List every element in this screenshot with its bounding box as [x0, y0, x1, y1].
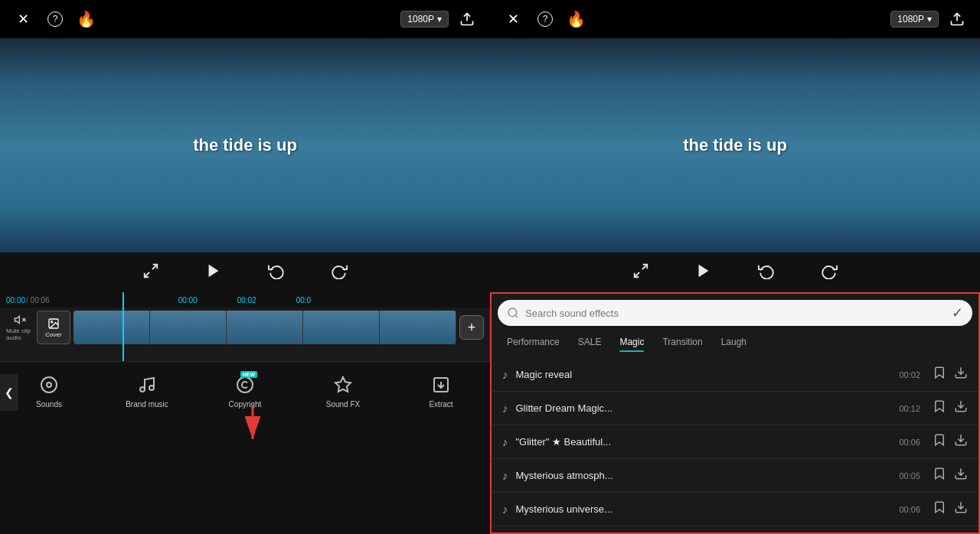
- right-video-preview: the tide is up: [490, 38, 980, 252]
- cat-transition[interactable]: Transition: [653, 332, 711, 352]
- play-button[interactable]: [205, 262, 222, 283]
- cover-button[interactable]: Cover: [37, 311, 70, 344]
- sound-list: ♪ Magic reveal 00:02: [492, 358, 978, 532]
- strip-2: [150, 311, 227, 344]
- music-note-icon-1: ♪: [502, 368, 508, 381]
- upload-button[interactable]: [456, 8, 478, 30]
- right-redo-icon: [821, 262, 838, 279]
- sound-duration-4: 00:05: [899, 471, 920, 480]
- left-video-text: the tide is up: [193, 135, 297, 155]
- right-undo-button[interactable]: [758, 262, 775, 283]
- music-note-icon-4: ♪: [502, 469, 508, 482]
- sound-item-2[interactable]: ♪ Glitter Dream Magic... 00:12: [492, 392, 978, 425]
- svg-point-13: [149, 386, 154, 390]
- bookmark-button-2[interactable]: [933, 399, 946, 417]
- strip-3: [227, 311, 303, 344]
- nav-item-extract[interactable]: Extract: [418, 376, 464, 409]
- help-button[interactable]: ?: [44, 8, 66, 30]
- svg-point-10: [41, 377, 57, 392]
- close-button[interactable]: ✕: [12, 8, 34, 30]
- upload-icon: [459, 11, 475, 27]
- mute-button[interactable]: Mute clip audio: [6, 314, 34, 341]
- search-icon: [507, 307, 519, 319]
- search-input[interactable]: [525, 308, 946, 319]
- confirm-icon[interactable]: ✓: [952, 304, 963, 321]
- redo-icon: [331, 262, 348, 279]
- sound-name-4: Mysterious atmosph...: [516, 470, 892, 481]
- right-play-button[interactable]: [695, 262, 712, 283]
- sound-item-5[interactable]: ♪ Mysterious universe... 00:06: [492, 493, 978, 526]
- nav-item-brand-music[interactable]: Brand music: [124, 376, 170, 409]
- right-expand-button[interactable]: [632, 262, 649, 283]
- redo-button[interactable]: [331, 262, 348, 283]
- cat-sale-label: SALE: [578, 337, 602, 347]
- nav-item-sounds[interactable]: Sounds: [26, 376, 72, 409]
- right-upload-button[interactable]: [946, 8, 968, 30]
- sound-duration-2: 00:12: [899, 404, 920, 413]
- download-button-5[interactable]: [954, 500, 968, 518]
- speaker-icon: [13, 314, 27, 326]
- back-button[interactable]: ❮: [0, 374, 18, 411]
- undo-icon: [268, 262, 285, 279]
- close-icon: ✕: [18, 11, 29, 28]
- right-quality-button[interactable]: 1080P ▾: [890, 11, 939, 28]
- sound-name-1: Magic reveal: [516, 369, 892, 380]
- strip-5: [380, 311, 456, 344]
- tick-0: 00:00: [178, 296, 198, 304]
- bookmark-button-3[interactable]: [933, 433, 946, 451]
- video-strips: [74, 311, 456, 344]
- quality-arrow-icon: ▾: [437, 14, 442, 24]
- bookmark-icon-1: [933, 366, 946, 379]
- right-top-bar-left: ✕ ? 🔥: [502, 8, 586, 30]
- sound-fx-icon-wrap: [334, 376, 352, 397]
- music-note-icon-5: ♪: [502, 503, 508, 516]
- sound-item-3[interactable]: ♪ "Glitter" ★ Beautiful... 00:06: [492, 425, 978, 459]
- cat-performance[interactable]: Performance: [498, 332, 569, 352]
- timeline-track: Mute clip audio Cover +: [0, 308, 490, 347]
- bookmark-button-1[interactable]: [933, 366, 946, 383]
- right-video-text: the tide is up: [683, 135, 787, 155]
- svg-marker-20: [699, 264, 709, 277]
- left-top-bar-right: 1080P ▾: [400, 8, 478, 30]
- search-bar: ✓: [498, 300, 972, 326]
- download-button-4[interactable]: [954, 467, 968, 484]
- download-button-1[interactable]: [954, 366, 968, 383]
- download-button-2[interactable]: [954, 399, 968, 417]
- sound-item-4[interactable]: ♪ Mysterious atmosph... 00:05: [492, 459, 978, 493]
- undo-button[interactable]: [268, 262, 285, 283]
- add-clip-button[interactable]: +: [459, 315, 484, 340]
- svg-marker-15: [335, 377, 351, 392]
- right-close-button[interactable]: ✕: [502, 8, 524, 30]
- sound-actions-4: [933, 467, 968, 484]
- quality-button[interactable]: 1080P ▾: [400, 11, 449, 28]
- bookmark-button-4[interactable]: [933, 467, 946, 484]
- timeline-ruler: 00:00 / 00:06 00:00 00:02 00:0: [0, 292, 490, 308]
- right-expand-icon: [632, 262, 649, 279]
- cat-sale[interactable]: SALE: [569, 332, 611, 352]
- sound-item-1[interactable]: ♪ Magic reveal 00:02: [492, 358, 978, 392]
- right-help-icon: ?: [537, 11, 553, 27]
- sound-fx-icon: [334, 376, 352, 394]
- sound-effects-panel: ✓ Performance SALE Magic Transition Laug…: [490, 292, 980, 534]
- sound-actions-5: [933, 500, 968, 518]
- sounds-icon-wrap: [40, 376, 58, 397]
- sounds-label: Sounds: [36, 400, 62, 409]
- cover-label: Cover: [45, 331, 61, 338]
- mute-label: Mute clip audio: [6, 327, 34, 341]
- expand-button[interactable]: [142, 262, 159, 283]
- current-time: 00:00: [6, 296, 25, 304]
- svg-line-18: [642, 264, 647, 269]
- cover-icon: [47, 317, 60, 330]
- right-redo-button[interactable]: [821, 262, 838, 283]
- cat-laugh[interactable]: Laugh: [712, 332, 756, 352]
- svg-point-11: [47, 383, 51, 387]
- bookmark-button-5[interactable]: [933, 500, 946, 518]
- music-note-icon-3: ♪: [502, 435, 508, 448]
- ruler-ticks: 00:00 00:02 00:0: [50, 292, 312, 308]
- right-flame-icon: 🔥: [567, 10, 586, 28]
- cat-magic[interactable]: Magic: [610, 332, 653, 352]
- svg-line-0: [152, 264, 157, 269]
- nav-item-sound-fx[interactable]: Sound FX: [320, 376, 366, 409]
- download-button-3[interactable]: [954, 433, 968, 451]
- right-help-button[interactable]: ?: [534, 8, 556, 30]
